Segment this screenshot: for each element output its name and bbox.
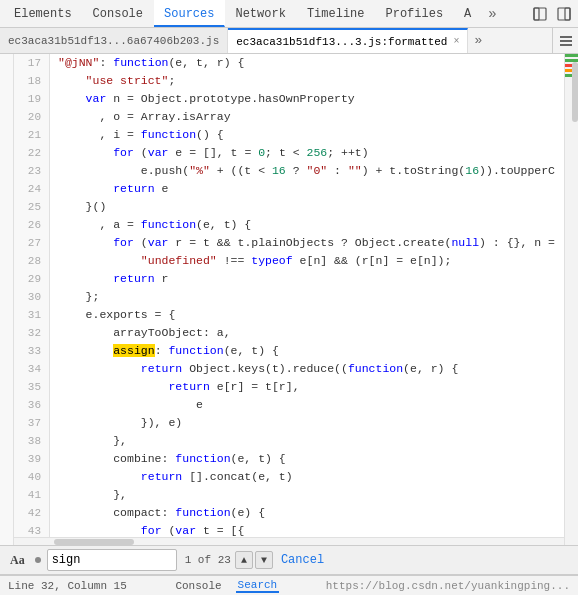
table-row: 33 assign: function(e, t) { <box>14 342 564 360</box>
svg-rect-3 <box>565 8 570 20</box>
horizontal-scrollbar[interactable] <box>14 537 564 545</box>
line-content: arrayToObject: a, <box>50 324 231 342</box>
search-next-button[interactable]: ▼ <box>255 551 273 569</box>
line-content: return [].concat(e, t) <box>50 468 293 486</box>
line-number: 27 <box>14 234 50 252</box>
file-tab-dock-right <box>552 28 578 54</box>
table-row: 25 }() <box>14 198 564 216</box>
vertical-scrollbar-thumb[interactable] <box>572 62 578 122</box>
line-number: 41 <box>14 486 50 504</box>
line-number: 23 <box>14 162 50 180</box>
table-row: 35 return e[r] = t[r], <box>14 378 564 396</box>
sidebar-toggle-button[interactable] <box>552 28 578 54</box>
horizontal-scrollbar-thumb[interactable] <box>54 539 134 545</box>
table-row: 32 arrayToObject: a, <box>14 324 564 342</box>
table-row: 18 "use strict"; <box>14 72 564 90</box>
dock-icon-1[interactable] <box>530 4 550 24</box>
line-content: }() <box>50 198 106 216</box>
line-number: 28 <box>14 252 50 270</box>
nav-elements[interactable]: Elements <box>4 0 83 27</box>
code-panel: 17 "@jNN": function(e, t, r) { 18 "use s… <box>14 54 564 545</box>
status-tab-console[interactable]: Console <box>173 580 223 592</box>
right-gutter <box>564 54 578 545</box>
line-number: 17 <box>14 54 50 72</box>
table-row: 43 for (var t = [{ <box>14 522 564 537</box>
dot-separator <box>35 557 41 563</box>
line-number: 36 <box>14 396 50 414</box>
table-row: 24 return e <box>14 180 564 198</box>
line-content: return e[r] = t[r], <box>50 378 300 396</box>
line-content: e.exports = { <box>50 306 175 324</box>
nav-profiles[interactable]: Profiles <box>375 0 454 27</box>
table-row: 41 }, <box>14 486 564 504</box>
line-content: , i = function() { <box>50 126 224 144</box>
table-row: 30 }; <box>14 288 564 306</box>
line-number: 32 <box>14 324 50 342</box>
file-tab-1[interactable]: ec3aca31b51df13...6a67406b203.js <box>0 28 228 53</box>
line-number: 38 <box>14 432 50 450</box>
line-content: "undefined" !== typeof e[n] && (r[n] = e… <box>50 252 451 270</box>
more-tabs-button[interactable]: » <box>482 0 502 28</box>
svg-rect-4 <box>560 36 572 38</box>
line-content: combine: function(e, t) { <box>50 450 286 468</box>
line-number: 26 <box>14 216 50 234</box>
file-tab-2[interactable]: ec3aca31b51df13...3.js:formatted × <box>228 28 468 53</box>
line-number: 43 <box>14 522 50 537</box>
line-content: assign: function(e, t) { <box>50 342 279 360</box>
line-content: return r <box>50 270 168 288</box>
code-scroll[interactable]: 17 "@jNN": function(e, t, r) { 18 "use s… <box>14 54 564 537</box>
status-left: Line 32, Column 15 <box>8 580 127 592</box>
file-tabs: ec3aca31b51df13...6a67406b203.js ec3aca3… <box>0 28 578 54</box>
table-row: 27 for (var r = t && t.plainObjects ? Ob… <box>14 234 564 252</box>
nav-console[interactable]: Console <box>83 0 154 27</box>
nav-sources[interactable]: Sources <box>154 0 225 27</box>
svg-rect-6 <box>560 44 572 46</box>
font-size-button[interactable]: Aa <box>6 553 29 568</box>
line-column-info: Line 32, Column 15 <box>8 580 127 592</box>
line-content: }), e) <box>50 414 182 432</box>
line-number: 24 <box>14 180 50 198</box>
nav-extra[interactable]: A <box>454 0 482 27</box>
search-result-count: 1 of 23 <box>185 554 231 566</box>
table-row: 23 e.push("%" + ((t < 16 ? "0" : "") + t… <box>14 162 564 180</box>
status-bar: Line 32, Column 15 Console Search https:… <box>0 575 578 595</box>
nav-timeline[interactable]: Timeline <box>297 0 376 27</box>
line-content: for (var e = [], t = 0; t < 256; ++t) <box>50 144 369 162</box>
line-number: 22 <box>14 144 50 162</box>
table-row: 20 , o = Array.isArray <box>14 108 564 126</box>
line-number: 42 <box>14 504 50 522</box>
line-number: 37 <box>14 414 50 432</box>
nav-items: Elements Console Sources Network Timelin… <box>4 0 482 27</box>
status-tab-search[interactable]: Search <box>236 579 280 593</box>
line-content: }; <box>50 288 99 306</box>
status-url: https://blog.csdn.net/yuankingping... <box>326 580 570 592</box>
file-tab-1-label: ec3aca31b51df13...6a67406b203.js <box>8 35 219 47</box>
line-content: }, <box>50 432 127 450</box>
dock-icon-2[interactable] <box>554 4 574 24</box>
table-row: 34 return Object.keys(t).reduce((functio… <box>14 360 564 378</box>
more-file-tabs-button[interactable]: » <box>468 28 488 54</box>
search-input[interactable] <box>52 553 172 567</box>
code-lines: 17 "@jNN": function(e, t, r) { 18 "use s… <box>14 54 564 537</box>
line-content: }, <box>50 486 127 504</box>
gutter-mark-1 <box>565 54 578 57</box>
line-content: e.push("%" + ((t < 16 ? "0" : "") + t.to… <box>50 162 555 180</box>
search-cancel-button[interactable]: Cancel <box>277 553 328 567</box>
nav-network[interactable]: Network <box>225 0 296 27</box>
svg-rect-0 <box>534 8 546 20</box>
line-content: "use strict"; <box>50 72 175 90</box>
line-content: return e <box>50 180 168 198</box>
close-tab-icon[interactable]: × <box>453 36 459 47</box>
line-number: 31 <box>14 306 50 324</box>
table-row: 26 , a = function(e, t) { <box>14 216 564 234</box>
search-input-wrap <box>47 549 177 571</box>
line-content: return Object.keys(t).reduce((function(e… <box>50 360 458 378</box>
table-row: 36 e <box>14 396 564 414</box>
line-content: var n = Object.prototype.hasOwnProperty <box>50 90 355 108</box>
table-row: 38 }, <box>14 432 564 450</box>
line-content: e <box>50 396 203 414</box>
line-number: 35 <box>14 378 50 396</box>
main-area: 17 "@jNN": function(e, t, r) { 18 "use s… <box>0 54 578 545</box>
table-row: 17 "@jNN": function(e, t, r) { <box>14 54 564 72</box>
search-prev-button[interactable]: ▲ <box>235 551 253 569</box>
